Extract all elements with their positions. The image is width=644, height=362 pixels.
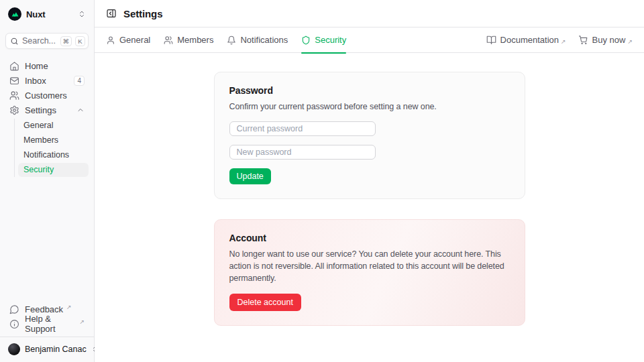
main-panel: Settings General Members Notifications	[95, 0, 644, 362]
external-link-icon: ↗	[66, 304, 72, 310]
search-placeholder: Search...	[22, 36, 57, 46]
action-label: Documentation	[500, 35, 559, 45]
shield-icon	[301, 36, 311, 45]
settings-submenu: General Members Notifications Security	[14, 119, 89, 177]
sidebar-item-notifications[interactable]: Notifications	[18, 148, 89, 162]
sidebar-item-home[interactable]: Home	[5, 58, 89, 73]
sidebar-item-label: Inbox	[25, 76, 46, 86]
sidebar-item-label: Home	[25, 61, 48, 71]
sidebar-item-settings[interactable]: Settings	[5, 103, 89, 117]
gear-icon	[9, 105, 19, 115]
mail-icon	[9, 76, 19, 86]
tab-members[interactable]: Members	[164, 27, 213, 53]
sidebar-nav: Home Inbox 4 Customers Settings	[5, 58, 89, 177]
sidebar-item-members[interactable]: Members	[18, 133, 89, 147]
page-title: Settings	[123, 8, 162, 19]
password-card: Password Confirm your current password b…	[214, 72, 525, 199]
workspace-name: Nuxt	[26, 9, 46, 19]
search-icon	[10, 37, 19, 46]
kbd-k: K	[75, 36, 85, 46]
buy-now-link[interactable]: Buy now ↗	[578, 35, 633, 45]
sidebar-item-general[interactable]: General	[18, 119, 89, 133]
tab-bar: General Members Notifications Security	[95, 27, 644, 53]
info-circle-icon	[9, 319, 19, 329]
external-link-icon: ↗	[561, 38, 566, 45]
external-link-icon: ↗	[79, 318, 85, 325]
external-link-icon: ↗	[627, 38, 633, 45]
sidebar-item-label: Settings	[25, 105, 56, 115]
tab-label: Notifications	[240, 35, 288, 45]
delete-account-button[interactable]: Delete account	[229, 294, 301, 311]
header-actions: Documentation ↗ Buy now ↗	[486, 35, 633, 45]
sidebar-item-inbox[interactable]: Inbox 4	[5, 73, 89, 88]
settings-security-content: Password Confirm your current password b…	[95, 53, 644, 362]
new-password-field[interactable]	[229, 145, 376, 160]
search-input[interactable]: Search... ⌘ K	[5, 33, 89, 49]
sidebar: Nuxt Search... ⌘ K Home	[0, 0, 95, 362]
tab-label: General	[119, 35, 150, 45]
tab-notifications[interactable]: Notifications	[227, 27, 288, 53]
workspace-switcher[interactable]: Nuxt	[5, 5, 89, 23]
account-card: Account No longer want to use our servic…	[214, 219, 525, 325]
shopping-cart-icon	[578, 35, 588, 45]
kbd-meta: ⌘	[60, 36, 72, 46]
book-open-icon	[486, 35, 496, 45]
update-password-button[interactable]: Update	[229, 168, 271, 184]
documentation-link[interactable]: Documentation ↗	[486, 35, 566, 45]
chevron-up-down-icon	[78, 10, 86, 18]
current-password-field[interactable]	[229, 121, 376, 136]
password-card-description: Confirm your current password before set…	[229, 101, 510, 113]
home-icon	[9, 61, 19, 71]
tab-general[interactable]: General	[106, 27, 150, 53]
sidebar-collapse-icon[interactable]	[106, 8, 117, 19]
sidebar-item-security[interactable]: Security	[18, 163, 89, 177]
account-card-title: Account	[229, 233, 510, 243]
sidebar-item-label: Feedback	[25, 304, 63, 314]
users-icon	[9, 90, 19, 101]
action-label: Buy now	[592, 35, 626, 45]
user-menu[interactable]: Benjamin Canac	[5, 337, 89, 357]
tab-label: Members	[177, 35, 213, 45]
tab-label: Security	[315, 35, 346, 45]
sidebar-item-label: Help & Support	[25, 314, 76, 334]
user-name: Benjamin Canac	[25, 345, 87, 354]
nuxt-logo-icon	[8, 7, 21, 21]
tab-security[interactable]: Security	[301, 27, 346, 53]
app-window: Nuxt Search... ⌘ K Home	[0, 0, 644, 362]
sidebar-item-help-support[interactable]: Help & Support ↗	[5, 316, 89, 331]
sidebar-item-label: Customers	[25, 90, 67, 101]
sidebar-item-customers[interactable]: Customers	[5, 88, 89, 103]
page-header: Settings	[95, 0, 644, 27]
avatar	[8, 343, 20, 355]
password-card-title: Password	[229, 85, 510, 96]
bell-icon	[227, 36, 236, 45]
sidebar-spacer	[5, 177, 89, 292]
chevron-up-icon	[76, 106, 85, 114]
chat-bubble-icon	[9, 304, 19, 314]
account-card-description: No longer want to use our service? You c…	[229, 248, 510, 284]
inbox-count-badge: 4	[74, 76, 85, 86]
sidebar-footer-nav: Feedback ↗ Help & Support ↗	[5, 302, 89, 331]
user-icon	[106, 36, 115, 45]
users-icon	[164, 36, 173, 45]
